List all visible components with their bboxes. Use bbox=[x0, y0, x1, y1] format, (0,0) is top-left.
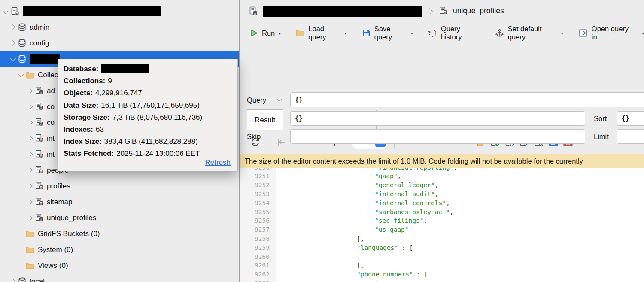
tree-item-collection-sitemap[interactable]: sitemap bbox=[0, 194, 239, 210]
button-label: Query history bbox=[441, 25, 480, 41]
line-code: "gaap", bbox=[276, 172, 644, 181]
line-number: 9258 bbox=[240, 234, 270, 243]
chevron-down-icon[interactable] bbox=[10, 56, 16, 61]
tree-item-folder-gridfs-buckets[interactable]: GridFS Buckets (0) bbox=[0, 226, 239, 242]
editor-line: 9263{ bbox=[240, 279, 644, 282]
query-history-button[interactable]: Query history bbox=[427, 25, 480, 41]
query-mode-chevron-icon[interactable] bbox=[276, 96, 282, 102]
first-page-icon[interactable] bbox=[275, 136, 286, 148]
query-toolbar: Run▾Load query▾Save query▾Query historyS… bbox=[240, 22, 644, 44]
line-code: ], bbox=[276, 234, 644, 243]
chevron-right-icon[interactable] bbox=[27, 215, 33, 221]
chevron-right-icon[interactable] bbox=[10, 40, 15, 46]
open-query-in-button[interactable]: Open query in...▾ bbox=[577, 25, 644, 41]
tree-item-collection-unique-profiles[interactable]: unique_profiles bbox=[0, 210, 239, 226]
tab-result[interactable]: Result bbox=[247, 109, 283, 130]
editor-line: 9251"gaap", bbox=[240, 172, 644, 181]
editor-line: 9257"us gaap" bbox=[240, 225, 644, 234]
editor-line: 9253"internal audit", bbox=[240, 190, 644, 199]
tree-item-db-config[interactable]: config bbox=[0, 35, 239, 51]
stats-row: Database: bbox=[64, 63, 231, 75]
chevron-down-icon[interactable] bbox=[18, 72, 24, 77]
save-query-button[interactable]: Save query▾ bbox=[361, 25, 413, 41]
query-input[interactable] bbox=[290, 92, 644, 107]
caret-down-icon: ▾ bbox=[279, 31, 281, 36]
chevron-right-icon[interactable] bbox=[27, 167, 33, 173]
chevron-right-icon[interactable] bbox=[27, 88, 33, 94]
folder-icon bbox=[25, 229, 35, 239]
limit-input[interactable] bbox=[617, 129, 644, 144]
chevron-right-icon[interactable] bbox=[27, 104, 33, 109]
line-number: 9259 bbox=[240, 243, 270, 252]
tree-item-label: config bbox=[30, 39, 49, 48]
database-icon bbox=[18, 55, 27, 64]
line-number: 9251 bbox=[240, 172, 270, 181]
tree-item-label: System (0) bbox=[38, 246, 73, 254]
tree-item-label: Views (0) bbox=[38, 261, 68, 270]
tree-item-db-admin[interactable]: admin bbox=[0, 19, 239, 35]
anchor-icon bbox=[495, 28, 504, 38]
chevron-right-icon[interactable] bbox=[27, 152, 33, 157]
caret-down-icon: ▾ bbox=[411, 31, 413, 36]
chevron-down-icon[interactable] bbox=[3, 8, 8, 14]
history-icon bbox=[428, 28, 437, 38]
tree-item-label: admin bbox=[30, 23, 49, 32]
play-icon bbox=[249, 28, 258, 38]
stats-row: Index Size:383,4 GiB (411,682,828,288) bbox=[64, 136, 231, 148]
line-number: 9261 bbox=[240, 261, 270, 270]
button-label: Load query bbox=[308, 25, 340, 41]
line-number: 9254 bbox=[240, 199, 270, 208]
refresh-stats-link[interactable]: Refresh bbox=[205, 158, 231, 167]
skip-input[interactable] bbox=[290, 129, 585, 144]
stats-row: Objects:4,299,916,747 bbox=[64, 87, 231, 99]
set-default-query-button[interactable]: Set default query▾ bbox=[494, 25, 563, 41]
collection-icon bbox=[35, 182, 44, 191]
tree-item-collection-profiles[interactable]: profiles bbox=[0, 178, 239, 194]
folder-icon bbox=[25, 70, 35, 80]
line-number: 9262 bbox=[240, 270, 270, 279]
collection-icon bbox=[35, 118, 44, 127]
run-button[interactable]: Run▾ bbox=[248, 28, 281, 38]
sort-input[interactable] bbox=[617, 111, 644, 126]
tree-item-folder-system[interactable]: System (0) bbox=[0, 242, 239, 258]
query-form: Query Projection Sort Skip Limit bbox=[240, 44, 644, 108]
line-code: "sarbanes-oxley act", bbox=[276, 208, 644, 217]
sort-label: Sort bbox=[594, 115, 607, 123]
chevron-right-icon[interactable] bbox=[10, 24, 15, 30]
button-label: Save query bbox=[374, 25, 407, 41]
result-json-editor[interactable]: 9250"financial reporting",9251"gaap",925… bbox=[240, 154, 644, 282]
line-number: 9255 bbox=[240, 208, 270, 217]
line-code: "internal controls", bbox=[276, 199, 644, 208]
line-code: "languages" : [ bbox=[276, 243, 644, 252]
tree-item-label: GridFS Buckets (0) bbox=[38, 230, 100, 238]
line-code: "phone_numbers" : [ bbox=[276, 270, 644, 279]
server-db-icon bbox=[248, 6, 258, 16]
tree-item-db-local[interactable]: local bbox=[0, 273, 239, 282]
tree-item-label: co bbox=[47, 103, 55, 111]
tree-item-connection-node[interactable] bbox=[0, 3, 239, 19]
stats-row: Storage Size:7,3 TiB (8,075,680,116,736) bbox=[64, 112, 231, 124]
collection-icon bbox=[35, 166, 44, 175]
line-number: 9256 bbox=[240, 216, 270, 225]
line-code: { bbox=[276, 279, 644, 282]
breadcrumb: unique_profiles bbox=[240, 0, 644, 22]
line-number: 9263 bbox=[240, 279, 270, 282]
tree-item-label: local bbox=[30, 277, 45, 282]
collection-icon bbox=[35, 197, 44, 206]
chevron-right-icon[interactable] bbox=[10, 279, 15, 282]
editor-line: 9254"internal controls", bbox=[240, 199, 644, 208]
chevron-right-icon[interactable] bbox=[27, 183, 33, 189]
chevron-right-icon[interactable] bbox=[27, 136, 33, 141]
editor-line: 9256"sec filings", bbox=[240, 216, 644, 225]
tree-item-label: sitemap bbox=[47, 198, 73, 206]
line-code: "general ledger", bbox=[276, 181, 644, 190]
chevron-right-icon[interactable] bbox=[27, 199, 33, 205]
redacted-name bbox=[30, 54, 60, 64]
projection-input[interactable] bbox=[290, 111, 585, 126]
server-db-icon bbox=[10, 6, 20, 17]
editor-line: 9262"phone_numbers" : [ bbox=[240, 270, 644, 279]
load-query-button[interactable]: Load query▾ bbox=[295, 25, 346, 41]
tree-item-folder-views[interactable]: Views (0) bbox=[0, 258, 239, 273]
chevron-right-icon[interactable] bbox=[27, 120, 33, 125]
query-panel: unique_profiles Run▾Load query▾Save quer… bbox=[240, 0, 644, 282]
